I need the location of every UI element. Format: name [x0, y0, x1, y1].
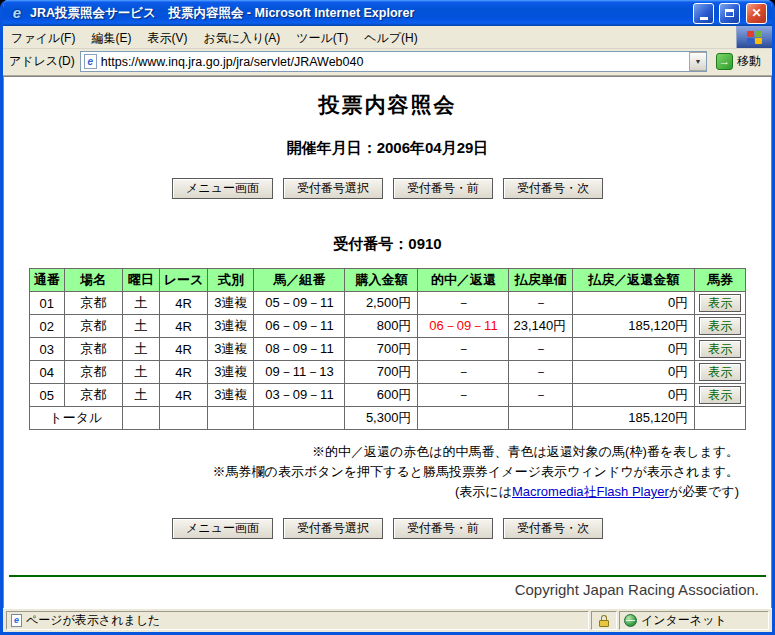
- table-cell: 京都: [64, 338, 122, 361]
- notes: ※的中／返還の赤色は的中馬番、青色は返還対象の馬(枠)番を表します。 ※馬券欄の…: [4, 442, 739, 502]
- table-cell: 土: [122, 361, 159, 384]
- windows-flag-icon: [747, 31, 762, 44]
- total-row: トータル 5,300円 185,120円: [29, 407, 745, 430]
- ticket-cell: 表示: [695, 315, 746, 338]
- address-label: アドレス(D): [9, 53, 75, 70]
- copyright: Copyright Japan Racing Association.: [4, 581, 759, 598]
- address-url: https://www.inq.jra.go.jp/jra/servlet/JR…: [101, 55, 685, 69]
- menu-tools[interactable]: ツール(T): [288, 26, 356, 48]
- page-title: 投票内容照会: [4, 91, 771, 119]
- divider: [9, 575, 766, 577]
- table-row: 04京都土4R3連複09－11－13700円－－0円表示: [29, 361, 745, 384]
- table-cell: －: [418, 361, 509, 384]
- table-cell: 05: [29, 384, 64, 407]
- column-header: 場名: [64, 269, 122, 292]
- show-ticket-button[interactable]: 表示: [699, 340, 741, 358]
- total-payout: 185,120円: [573, 407, 695, 430]
- table-cell: 09－11－13: [254, 361, 345, 384]
- table-cell: －: [509, 361, 573, 384]
- table-cell: 04: [29, 361, 64, 384]
- ie-app-icon: e: [9, 5, 25, 21]
- ticket-cell: 表示: [695, 292, 746, 315]
- maximize-button[interactable]: [719, 3, 740, 24]
- bet-table-body: 01京都土4R3連複05－09－112,500円－－0円表示02京都土4R3連複…: [29, 292, 745, 407]
- table-cell: 2,500円: [345, 292, 418, 315]
- column-header: 曜日: [122, 269, 159, 292]
- menu-view[interactable]: 表示(V): [139, 26, 195, 48]
- page-icon: e: [84, 54, 97, 69]
- table-cell: －: [509, 338, 573, 361]
- browser-window: e JRA投票照会サービス 投票内容照会 - Microsoft Interne…: [0, 0, 775, 635]
- table-cell: 600円: [345, 384, 418, 407]
- show-ticket-button[interactable]: 表示: [699, 317, 741, 335]
- receipt-prev-button[interactable]: 受付番号・前: [393, 178, 493, 199]
- column-header: 的中／返還: [418, 269, 509, 292]
- receipt-next-button[interactable]: 受付番号・次: [503, 178, 603, 199]
- maximize-icon: [725, 9, 734, 17]
- table-cell: 06－09－11: [254, 315, 345, 338]
- table-cell: 4R: [159, 361, 208, 384]
- minimize-button[interactable]: [693, 3, 714, 24]
- column-header: レース: [159, 269, 208, 292]
- receipt-next-button-bottom[interactable]: 受付番号・次: [503, 518, 603, 539]
- table-cell: 4R: [159, 384, 208, 407]
- zone-label: インターネット: [641, 612, 727, 629]
- globe-icon: [624, 614, 637, 627]
- total-amount: 5,300円: [345, 407, 418, 430]
- address-input[interactable]: e https://www.inq.jra.go.jp/jra/servlet/…: [80, 51, 707, 72]
- table-cell: 800円: [345, 315, 418, 338]
- event-date: 開催年月日：2006年04月29日: [4, 139, 771, 158]
- document-icon: e: [11, 614, 22, 627]
- table-cell: 185,120円: [573, 315, 695, 338]
- nav-button-row-bottom: メニュー画面 受付番号選択 受付番号・前 受付番号・次: [4, 518, 771, 539]
- menu-screen-button[interactable]: メニュー画面: [172, 178, 273, 199]
- table-row: 01京都土4R3連複05－09－112,500円－－0円表示: [29, 292, 745, 315]
- column-header: 払戻単価: [509, 269, 573, 292]
- table-row: 02京都土4R3連複06－09－11800円06－09－1123,140円185…: [29, 315, 745, 338]
- show-ticket-button[interactable]: 表示: [699, 386, 741, 404]
- menu-favorites[interactable]: お気に入り(A): [195, 26, 288, 48]
- show-ticket-button[interactable]: 表示: [699, 294, 741, 312]
- menu-file[interactable]: ファイル(F): [3, 26, 83, 48]
- note-line-3-prefix: (表示には: [455, 484, 512, 499]
- go-button[interactable]: → 移動: [712, 50, 768, 73]
- ticket-cell: 表示: [695, 384, 746, 407]
- address-bar: アドレス(D) e https://www.inq.jra.go.jp/jra/…: [3, 49, 772, 76]
- table-header-row: 通番場名曜日レース式別馬／組番購入金額的中／返還払戻単価払戻／返還金額馬券: [29, 269, 745, 292]
- menu-screen-button-bottom[interactable]: メニュー画面: [172, 518, 273, 539]
- table-cell: 4R: [159, 338, 208, 361]
- note-line-3: (表示にはMacromedia社Flash Playerが必要です): [4, 482, 739, 502]
- close-button[interactable]: ✕: [746, 3, 767, 24]
- table-cell: 08－09－11: [254, 338, 345, 361]
- table-cell: 02: [29, 315, 64, 338]
- table-cell: 4R: [159, 292, 208, 315]
- show-ticket-button[interactable]: 表示: [699, 363, 741, 381]
- minimize-icon: [700, 17, 708, 20]
- zone-pane: インターネット: [619, 611, 769, 630]
- table-cell: 3連複: [208, 292, 254, 315]
- column-header: 購入金額: [345, 269, 418, 292]
- table-cell: 06－09－11: [418, 315, 509, 338]
- table-cell: 4R: [159, 315, 208, 338]
- table-cell: 京都: [64, 315, 122, 338]
- status-text: ページが表示されました: [26, 612, 160, 629]
- table-cell: 03－09－11: [254, 384, 345, 407]
- ticket-cell: 表示: [695, 361, 746, 384]
- receipt-select-button-bottom[interactable]: 受付番号選択: [283, 518, 383, 539]
- menu-help[interactable]: ヘルプ(H): [356, 26, 426, 48]
- table-cell: 土: [122, 338, 159, 361]
- table-cell: 0円: [573, 384, 695, 407]
- address-dropdown-button[interactable]: ▼: [689, 52, 706, 71]
- table-cell: 700円: [345, 361, 418, 384]
- column-header: 馬券: [695, 269, 746, 292]
- flash-player-link[interactable]: Macromedia社Flash Player: [512, 484, 669, 499]
- table-cell: 0円: [573, 338, 695, 361]
- status-message-pane: e ページが表示されました: [6, 611, 589, 630]
- receipt-select-button[interactable]: 受付番号選択: [283, 178, 383, 199]
- receipt-prev-button-bottom[interactable]: 受付番号・前: [393, 518, 493, 539]
- menu-edit[interactable]: 編集(E): [83, 26, 139, 48]
- table-cell: 土: [122, 292, 159, 315]
- window-title: JRA投票照会サービス 投票内容照会 - Microsoft Internet …: [30, 5, 688, 22]
- go-arrow-icon: →: [716, 53, 733, 70]
- table-cell: 京都: [64, 384, 122, 407]
